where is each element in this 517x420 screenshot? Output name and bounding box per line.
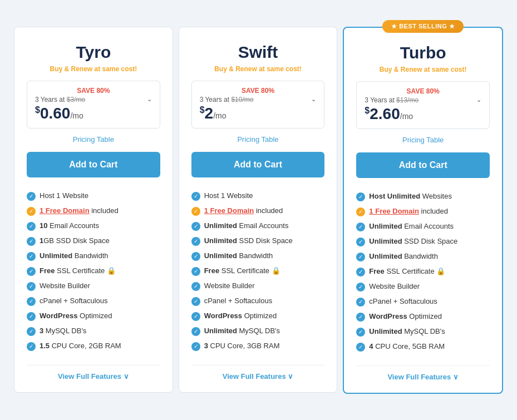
feature-check-icon-turbo-5: ✓ — [356, 268, 365, 276]
feature-text-turbo-4: Unlimited Bandwidth — [369, 252, 438, 260]
feature-check-icon-tyro-8: ✓ — [27, 312, 36, 321]
feature-item-swift-0: ✓ Host 1 Website — [191, 189, 325, 204]
features-list-turbo: ✓ Host Unlimited Websites ✓ 1 Free Domai… — [356, 189, 490, 354]
add-to-cart-button-swift[interactable]: Add to Cart — [191, 152, 325, 177]
feature-item-turbo-10: ✓ 4 CPU Core, 5GB RAM — [356, 339, 490, 354]
feature-item-swift-6: ✓ Website Builder — [191, 279, 325, 294]
pricing-box-swift: SAVE 80% 3 Years at $10/mo ⌄ $2/mo — [191, 81, 325, 129]
pricing-link-swift[interactable]: Pricing Table — [191, 134, 325, 144]
years-line-tyro: 3 Years at $3/mo ⌄ — [35, 96, 152, 103]
feature-text-swift-4: Unlimited Bandwidth — [204, 251, 273, 260]
feature-item-tyro-3: ✓ 1GB SSD Disk Space — [27, 234, 160, 249]
chevron-down-icon-tyro[interactable]: ⌄ — [147, 96, 152, 103]
feature-check-icon-swift-1: ✓ — [191, 207, 200, 216]
plan-tagline-turbo: Buy & Renew at same cost! — [356, 66, 490, 73]
feature-check-icon-turbo-2: ✓ — [356, 223, 365, 231]
plan-tagline-swift: Buy & Renew at same cost! — [191, 65, 325, 73]
free-domain-link-swift[interactable]: 1 Free Domain — [204, 206, 254, 215]
feature-text-tyro-4: Unlimited Bandwidth — [40, 251, 109, 260]
plan-tagline-tyro: Buy & Renew at same cost! — [27, 65, 160, 73]
original-price-turbo: $13/mo — [396, 96, 418, 104]
feature-text-turbo-1: 1 Free Domain included — [369, 207, 448, 215]
feature-item-swift-3: ✓ Unlimited SSD Disk Space — [191, 234, 325, 249]
feature-text-turbo-2: Unlimited Email Accounts — [369, 222, 454, 230]
feature-text-turbo-0: Host Unlimited Websites — [369, 192, 452, 200]
feature-text-tyro-2: 10 Email Accounts — [40, 221, 99, 230]
plan-name-swift: Swift — [191, 43, 325, 62]
feature-text-swift-6: Website Builder — [204, 281, 255, 290]
feature-check-icon-turbo-3: ✓ — [356, 238, 365, 246]
view-full-features-link-turbo[interactable]: View Full Features ∨ — [387, 373, 459, 381]
feature-check-icon-swift-2: ✓ — [191, 222, 200, 231]
feature-check-icon-tyro-6: ✓ — [27, 282, 36, 291]
feature-text-swift-1: 1 Free Domain included — [204, 206, 283, 215]
feature-check-icon-tyro-4: ✓ — [27, 252, 36, 261]
feature-check-icon-tyro-5: ✓ — [27, 267, 36, 276]
feature-item-turbo-0: ✓ Host Unlimited Websites — [356, 189, 490, 204]
feature-item-turbo-1: ✓ 1 Free Domain included — [356, 204, 490, 219]
free-domain-link-turbo[interactable]: 1 Free Domain — [369, 207, 419, 215]
feature-item-swift-5: ✓ Free SSL Certificate 🔒 — [191, 264, 325, 279]
pricing-table-link-turbo[interactable]: Pricing Table — [402, 136, 444, 144]
feature-text-turbo-6: Website Builder — [369, 282, 420, 290]
feature-text-tyro-7: cPanel + Softaculous — [40, 297, 108, 305]
feature-item-tyro-7: ✓ cPanel + Softaculous — [27, 294, 160, 309]
feature-check-icon-turbo-0: ✓ — [356, 192, 365, 201]
best-selling-badge: ★ BEST SELLING ★ — [382, 20, 464, 33]
feature-check-icon-tyro-9: ✓ — [27, 327, 36, 336]
feature-check-icon-swift-8: ✓ — [191, 312, 200, 321]
feature-item-turbo-4: ✓ Unlimited Bandwidth — [356, 249, 490, 264]
pricing-table-link-tyro[interactable]: Pricing Table — [73, 135, 114, 144]
save-label-turbo: SAVE 80% — [365, 87, 481, 95]
feature-item-tyro-2: ✓ 10 Email Accounts — [27, 219, 160, 234]
feature-text-swift-7: cPanel + Softaculous — [204, 297, 273, 305]
plans-container: TyroBuy & Renew at same cost!SAVE 80% 3 … — [11, 27, 506, 394]
feature-text-turbo-5: Free SSL Certificate 🔒 — [369, 267, 445, 275]
feature-item-turbo-8: ✓ WordPress Optimized — [356, 309, 490, 324]
feature-item-tyro-9: ✓ 3 MySQL DB's — [27, 324, 160, 339]
feature-item-tyro-1: ✓ 1 Free Domain included — [27, 204, 160, 219]
years-line-turbo: 3 Years at $13/mo ⌄ — [365, 96, 481, 104]
feature-text-tyro-1: 1 Free Domain included — [40, 206, 119, 215]
view-full-features-link-tyro[interactable]: View Full Features ∨ — [58, 372, 129, 381]
feature-check-icon-turbo-7: ✓ — [356, 298, 365, 307]
feature-text-tyro-8: WordPress Optimized — [40, 312, 112, 320]
feature-check-icon-tyro-0: ✓ — [27, 192, 36, 201]
feature-check-icon-swift-0: ✓ — [191, 192, 200, 201]
feature-item-turbo-2: ✓ Unlimited Email Accounts — [356, 219, 490, 234]
feature-item-swift-1: ✓ 1 Free Domain included — [191, 204, 325, 219]
view-full-features-swift[interactable]: View Full Features ∨ — [191, 365, 325, 381]
free-domain-link-tyro[interactable]: 1 Free Domain — [40, 206, 90, 215]
feature-text-tyro-6: Website Builder — [40, 281, 90, 290]
feature-item-swift-10: ✓ 3 CPU Core, 3GB RAM — [191, 339, 325, 354]
pricing-link-tyro[interactable]: Pricing Table — [27, 134, 160, 144]
view-full-features-tyro[interactable]: View Full Features ∨ — [27, 365, 160, 381]
view-full-features-link-swift[interactable]: View Full Features ∨ — [223, 372, 294, 381]
view-full-features-turbo[interactable]: View Full Features ∨ — [356, 365, 490, 382]
original-price-tyro: $3/mo — [67, 96, 85, 103]
pricing-table-link-swift[interactable]: Pricing Table — [237, 135, 278, 144]
chevron-down-icon-swift[interactable]: ⌄ — [311, 96, 316, 103]
feature-check-icon-swift-4: ✓ — [191, 252, 200, 261]
pricing-link-turbo[interactable]: Pricing Table — [356, 135, 490, 145]
features-list-tyro: ✓ Host 1 Website ✓ 1 Free Domain include… — [27, 189, 160, 354]
plan-card-tyro: TyroBuy & Renew at same cost!SAVE 80% 3 … — [14, 27, 173, 393]
feature-check-icon-swift-6: ✓ — [191, 282, 200, 291]
features-list-swift: ✓ Host 1 Website ✓ 1 Free Domain include… — [191, 189, 325, 354]
feature-check-icon-swift-5: ✓ — [191, 267, 200, 276]
feature-item-turbo-6: ✓ Website Builder — [356, 279, 490, 294]
feature-item-tyro-8: ✓ WordPress Optimized — [27, 309, 160, 324]
feature-item-tyro-4: ✓ Unlimited Bandwidth — [27, 249, 160, 264]
plan-card-turbo: ★ BEST SELLING ★TurboBuy & Renew at same… — [343, 27, 503, 394]
feature-text-turbo-3: Unlimited SSD Disk Space — [369, 237, 457, 245]
add-to-cart-button-tyro[interactable]: Add to Cart — [27, 152, 160, 177]
feature-text-tyro-5: Free SSL Certificate 🔒 — [40, 266, 116, 275]
feature-check-icon-tyro-10: ✓ — [27, 342, 36, 351]
feature-check-icon-turbo-4: ✓ — [356, 253, 365, 261]
add-to-cart-button-turbo[interactable]: Add to Cart — [356, 152, 490, 178]
current-price-turbo: $2.60/mo — [365, 105, 481, 123]
feature-text-swift-2: Unlimited Email Accounts — [204, 221, 289, 230]
feature-item-tyro-5: ✓ Free SSL Certificate 🔒 — [27, 264, 160, 279]
feature-text-swift-9: Unlimited MySQL DB's — [204, 327, 280, 335]
chevron-down-icon-turbo[interactable]: ⌄ — [476, 96, 481, 103]
